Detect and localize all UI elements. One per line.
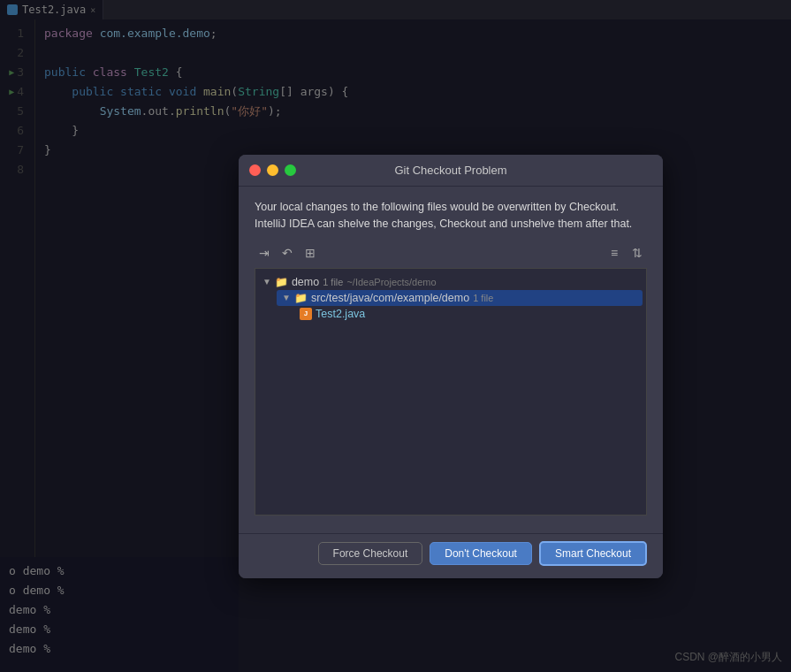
file-tree: ▼ 📁 demo 1 file ~/IdeaProjects/demo ▼ 📁 … bbox=[255, 268, 647, 515]
child-file-count: 1 file bbox=[473, 293, 493, 303]
close-traffic-light[interactable] bbox=[249, 164, 261, 176]
root-file-count: 1 file bbox=[323, 277, 343, 287]
root-folder-icon: 📁 bbox=[275, 276, 288, 288]
expand-all-button[interactable]: ⇥ bbox=[255, 243, 274, 263]
minimize-traffic-light[interactable] bbox=[267, 164, 278, 176]
java-filename: Test2.java bbox=[316, 308, 365, 320]
root-arrow: ▼ bbox=[262, 277, 271, 286]
dialog-body: Your local changes to the following file… bbox=[239, 187, 663, 533]
sort-button[interactable]: ≡ bbox=[605, 243, 624, 263]
dialog-buttons: Force Checkout Don't Checkout Smart Chec… bbox=[239, 533, 663, 578]
traffic-lights bbox=[249, 164, 296, 176]
filter-button[interactable]: ⇅ bbox=[627, 243, 647, 263]
dialog-titlebar: Git Checkout Problem bbox=[239, 155, 663, 187]
dont-checkout-button[interactable]: Don't Checkout bbox=[430, 542, 532, 565]
child-folder-name: src/test/java/com/example/demo bbox=[311, 292, 469, 304]
java-file-type-icon: J bbox=[300, 308, 312, 320]
child-folder-row[interactable]: ▼ 📁 src/test/java/com/example/demo 1 fil… bbox=[277, 290, 643, 306]
tree-file-row[interactable]: J Test2.java bbox=[259, 306, 643, 322]
undo-button[interactable]: ↶ bbox=[278, 243, 297, 263]
toolbar-right: ≡ ⇅ bbox=[605, 243, 647, 263]
toolbar-left: ⇥ ↶ ⊞ bbox=[255, 243, 320, 263]
force-checkout-button[interactable]: Force Checkout bbox=[318, 542, 423, 565]
maximize-traffic-light[interactable] bbox=[285, 164, 296, 176]
dialog-message: Your local changes to the following file… bbox=[255, 199, 647, 233]
tree-child-row[interactable]: ▼ 📁 src/test/java/com/example/demo 1 fil… bbox=[259, 290, 643, 306]
dialog-toolbar: ⇥ ↶ ⊞ ≡ ⇅ bbox=[255, 243, 647, 263]
root-folder-path: ~/IdeaProjects/demo bbox=[346, 277, 436, 287]
child-folder-icon: 📁 bbox=[294, 292, 308, 304]
tree-root-row[interactable]: ▼ 📁 demo 1 file ~/IdeaProjects/demo bbox=[259, 274, 643, 290]
smart-checkout-button[interactable]: Smart Checkout bbox=[539, 541, 647, 566]
child-arrow: ▼ bbox=[282, 293, 291, 302]
dialog-title: Git Checkout Problem bbox=[394, 164, 506, 177]
git-checkout-dialog: Git Checkout Problem Your local changes … bbox=[239, 155, 663, 578]
group-button[interactable]: ⊞ bbox=[300, 243, 320, 263]
java-file-row[interactable]: J Test2.java bbox=[294, 306, 643, 322]
root-folder-name: demo bbox=[292, 276, 319, 288]
